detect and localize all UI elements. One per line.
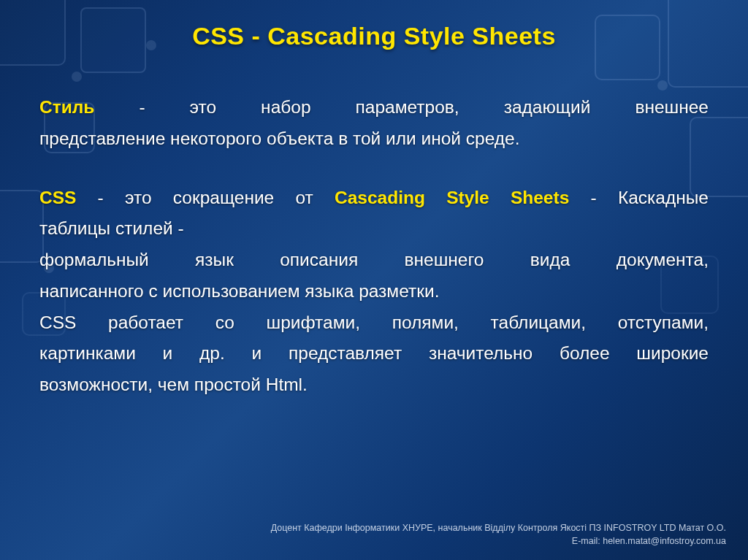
footer-line-2: E-mail: helen.matat@infostroy.com.ua	[271, 534, 726, 548]
slide-body: Стиль - это набор параметров, задающий в…	[39, 94, 709, 399]
keyword-css: CSS	[39, 188, 76, 207]
p1l1-rest: - это набор параметров, задающий внешнее	[94, 97, 709, 117]
keyword-style: Стиль	[39, 97, 94, 117]
paragraph-4-line-2: картинками и др. и представляет значител…	[39, 340, 709, 367]
p2l1-b: - Каскадные	[569, 188, 709, 207]
slide-title: CSS - Cascading Style Sheets	[39, 22, 709, 50]
footer-line-1: Доцент Кафедри Інформатики ХНУРЕ, началь…	[271, 521, 726, 535]
paragraph-4-line-3: возможности, чем простой Html.	[39, 372, 709, 399]
p2l1-a: - это сокращение от	[76, 188, 335, 207]
keyword-cascading: Cascading Style Sheets	[335, 188, 569, 207]
paragraph-2-line-2: таблицы стилей -	[39, 215, 709, 242]
paragraph-1-line-2: представление некоторого объекта в той и…	[39, 126, 709, 153]
paragraph-1-line-1: Стиль - это набор параметров, задающий в…	[39, 94, 709, 121]
paragraph-2-line-1: CSS - это сокращение от Cascading Style …	[39, 185, 709, 212]
slide: CSS - Cascading Style Sheets Стиль - это…	[0, 0, 748, 560]
paragraph-4-line-1: CSS работает со шрифтами, полями, таблиц…	[39, 310, 709, 337]
slide-footer: Доцент Кафедри Інформатики ХНУРЕ, началь…	[271, 521, 726, 549]
paragraph-3-line-1: формальный язык описания внешнего вида д…	[39, 247, 709, 274]
paragraph-3-line-2: написанного с использованием языка разме…	[39, 278, 709, 305]
